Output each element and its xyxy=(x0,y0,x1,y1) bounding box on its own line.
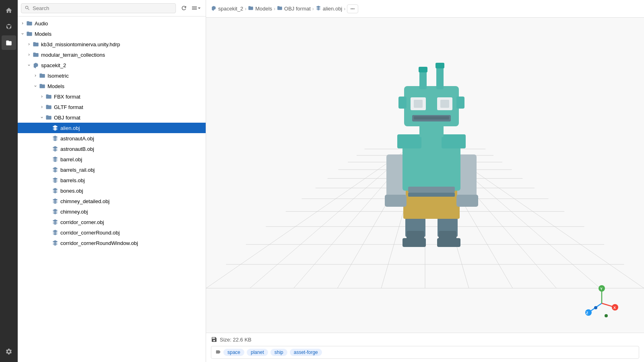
chevron-icon xyxy=(19,20,26,27)
svg-rect-47 xyxy=(414,100,423,108)
save-icon xyxy=(211,336,217,343)
tree-item-models[interactable]: Models xyxy=(18,29,206,39)
tag-asset-forge[interactable]: asset-forge xyxy=(290,349,322,356)
svg-rect-27 xyxy=(402,238,426,247)
tree-item-barrels_rail[interactable]: barrels_rail.obj xyxy=(18,165,206,175)
svg-rect-43 xyxy=(419,67,427,72)
tree-item-label: kb3d_missiontominerva.unity.hdrp xyxy=(41,41,120,47)
svg-text:X: X xyxy=(613,306,616,310)
menu-button[interactable] xyxy=(191,2,202,14)
svg-text:Z: Z xyxy=(586,311,588,315)
tree-item-label: corridor_corner.obj xyxy=(60,219,104,225)
chevron-icon xyxy=(26,62,32,68)
folder-icon xyxy=(45,103,52,111)
breadcrumb-models[interactable]: Models xyxy=(248,5,272,12)
svg-rect-33 xyxy=(456,195,478,207)
files-nav-icon[interactable] xyxy=(2,35,16,50)
tree-item-kb3d[interactable]: kb3d_missiontominerva.unity.hdrp xyxy=(18,39,206,49)
tree-item-label: barrels.obj xyxy=(60,177,85,183)
chevron-icon xyxy=(39,114,45,121)
folder-icon xyxy=(26,30,33,37)
alien-character xyxy=(375,58,488,267)
home-nav-icon[interactable] xyxy=(2,3,16,18)
search-input[interactable] xyxy=(33,5,172,11)
obj-icon-bc xyxy=(316,5,321,12)
tree-item-label: modular_terrain_collections xyxy=(41,52,105,58)
tree-item-barrels[interactable]: barrels.obj xyxy=(18,175,206,185)
tag-planet[interactable]: planet xyxy=(247,349,268,356)
obj-icon xyxy=(52,187,59,194)
svg-rect-38 xyxy=(442,134,466,148)
package-icon xyxy=(211,5,217,12)
chevron-icon xyxy=(26,41,32,47)
tree-item-obj[interactable]: OBJ format xyxy=(18,112,206,123)
tree-item-corridor_cornerRound[interactable]: corridor_cornerRound.obj xyxy=(18,227,206,238)
tag-space[interactable]: space xyxy=(223,349,244,356)
chevron-icon xyxy=(32,72,39,79)
folder-icon xyxy=(26,20,33,27)
tree-item-label: bones.obj xyxy=(60,188,83,194)
tag-icon xyxy=(215,349,221,356)
obj-icon xyxy=(52,229,59,236)
tree-item-modular[interactable]: modular_terrain_collections xyxy=(18,49,206,60)
file-tree: AudioModelskb3d_missiontominerva.unity.h… xyxy=(18,16,206,362)
tree-item-barrel[interactable]: barrel.obj xyxy=(18,154,206,165)
tree-item-label: barrels_rail.obj xyxy=(60,167,95,173)
tree-item-chimney_detailed[interactable]: chimney_detailed.obj xyxy=(18,196,206,206)
tree-item-astronautb[interactable]: astronautB.obj xyxy=(18,144,206,154)
svg-rect-44 xyxy=(436,63,444,68)
svg-rect-48 xyxy=(440,100,449,108)
tree-item-corridor_cornerRoundWindow[interactable]: corridor_cornerRoundWindow.obj xyxy=(18,238,206,248)
tree-item-isometric[interactable]: Isometric xyxy=(18,70,206,81)
obj-icon xyxy=(52,156,59,163)
tree-item-label: alien.obj xyxy=(60,125,80,131)
folder-special-icon xyxy=(32,62,39,69)
bottom-bar: Size: 22.6 KB space planet ship asset-fo… xyxy=(206,333,644,362)
tree-item-gltf[interactable]: GLTF format xyxy=(18,102,206,112)
tree-item-chimney[interactable]: chimney.obj xyxy=(18,206,206,217)
breadcrumb-objformat[interactable]: OBJ format xyxy=(277,5,311,12)
obj-icon xyxy=(52,197,59,205)
folder-icon xyxy=(39,82,46,90)
folder-icon xyxy=(32,41,39,48)
tree-item-bones[interactable]: bones.obj xyxy=(18,185,206,196)
tag-ship[interactable]: ship xyxy=(270,349,287,356)
svg-point-63 xyxy=(605,314,608,317)
folder-icon xyxy=(45,93,52,100)
chevron-icon xyxy=(19,31,26,37)
breadcrumb-more-button[interactable] xyxy=(347,4,358,13)
breadcrumb-alienobj[interactable]: alien.obj xyxy=(316,5,342,12)
settings-nav-icon[interactable] xyxy=(2,344,16,359)
axis-gizmo: Z X Y xyxy=(584,285,620,321)
tree-item-label: astronautB.obj xyxy=(60,146,94,152)
tree-item-spacekit2[interactable]: spacekit_2 xyxy=(18,60,206,70)
breadcrumb-sep1: › xyxy=(245,6,246,12)
svg-rect-32 xyxy=(385,195,407,207)
search-input-wrap xyxy=(21,3,176,13)
tree-item-corridor_corner[interactable]: corridor_corner.obj xyxy=(18,217,206,227)
tree-item-label: Models xyxy=(47,83,64,89)
tree-item-models2[interactable]: Models xyxy=(18,81,206,91)
svg-rect-37 xyxy=(397,134,421,148)
tree-item-fbx[interactable]: FBX format xyxy=(18,91,206,102)
toolbar-icons xyxy=(178,2,202,14)
tree-item-alien[interactable]: alien.obj xyxy=(18,123,206,133)
packages-nav-icon[interactable] xyxy=(2,19,16,34)
folder-icon-bc1 xyxy=(248,5,254,12)
tree-item-audio[interactable]: Audio xyxy=(18,18,206,29)
tree-item-label: chimney.obj xyxy=(60,209,88,215)
svg-rect-42 xyxy=(436,66,444,89)
obj-icon xyxy=(52,166,59,173)
search-bar xyxy=(18,0,206,16)
breadcrumb-sep2: › xyxy=(274,6,275,12)
chevron-icon xyxy=(32,83,39,89)
folder-icon-bc2 xyxy=(277,5,283,12)
obj-icon xyxy=(52,145,59,152)
folder-icon xyxy=(32,51,39,58)
tree-item-astronauta[interactable]: astronautA.obj xyxy=(18,133,206,144)
refresh-button[interactable] xyxy=(178,2,190,14)
viewport[interactable]: Z X Y xyxy=(206,18,644,333)
breadcrumb-alienobj-label: alien.obj xyxy=(323,6,342,12)
breadcrumb-spacekit2[interactable]: spacekit_2 xyxy=(211,5,243,12)
obj-icon xyxy=(52,124,59,132)
